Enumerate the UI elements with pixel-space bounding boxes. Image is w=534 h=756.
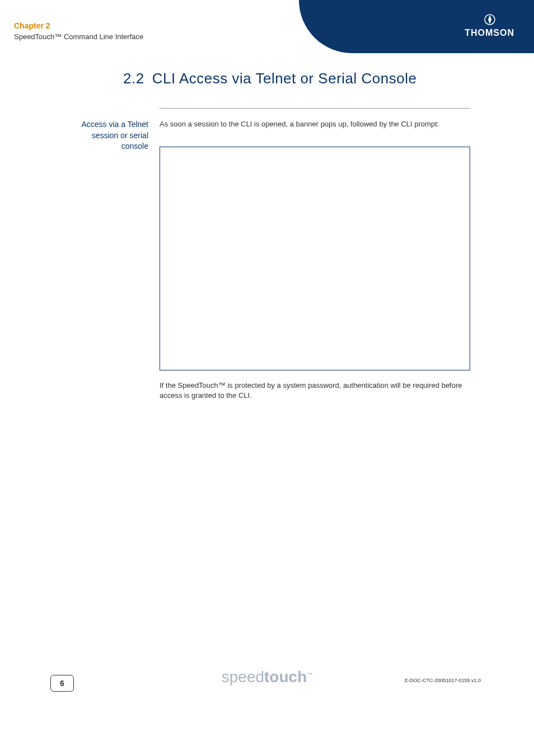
chapter-subtitle: SpeedTouch™ Command Line Interface: [14, 32, 143, 41]
footer-logo-bold: touch: [264, 668, 307, 685]
doc-code: E-DOC-CTC-20051017-0155 v1.0: [405, 678, 481, 683]
side-label: Access via a Telnet session or serial co…: [67, 119, 148, 152]
code-box: [160, 147, 470, 370]
body-paragraph-2: If the SpeedTouch™ is protected by a sys…: [160, 381, 470, 401]
chapter-header: Chapter 2 SpeedTouch™ Command Line Inter…: [14, 21, 143, 41]
footer-logo-tm: ™: [307, 672, 312, 678]
footer-logo-thin: speed: [222, 668, 264, 685]
thomson-icon: [465, 14, 514, 28]
section-divider: [160, 108, 470, 109]
page-number: 6: [50, 675, 74, 692]
section-number: 2.2: [123, 70, 144, 87]
thomson-brand-text: THOMSON: [465, 28, 514, 37]
body-paragraph-1: As soon a session to the CLI is opened, …: [160, 119, 470, 129]
section-heading: 2.2CLI Access via Telnet or Serial Conso…: [123, 70, 416, 87]
section-title: CLI Access via Telnet or Serial Console: [152, 70, 417, 87]
thomson-logo: THOMSON: [465, 14, 514, 38]
header-bar: THOMSON: [299, 0, 534, 53]
chapter-title: Chapter 2: [14, 21, 143, 30]
footer-logo: speedtouch™: [222, 668, 313, 686]
